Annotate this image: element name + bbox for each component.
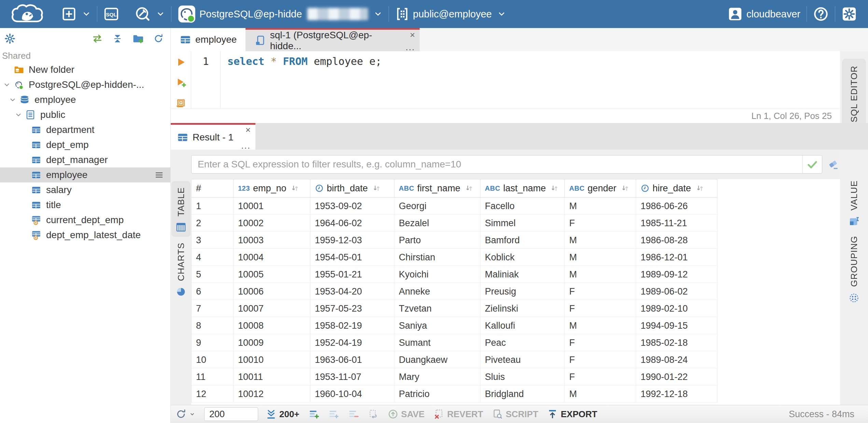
tree-item-department[interactable]: department [0, 122, 170, 137]
data-cell[interactable]: 10010 [234, 351, 310, 368]
row-index-cell[interactable]: 12 [192, 385, 234, 402]
data-cell[interactable]: Georgi [394, 197, 480, 215]
tab-value-panel[interactable]: VALUE [842, 180, 866, 227]
row-index-cell[interactable]: 7 [192, 300, 234, 317]
data-cell[interactable]: M [565, 249, 636, 266]
data-cell[interactable]: 1989-09-12 [636, 266, 717, 283]
data-cell[interactable]: 1989-02-10 [636, 300, 717, 317]
data-cell[interactable]: 1994-09-15 [636, 317, 717, 334]
data-cell[interactable]: Piveteau [480, 351, 565, 368]
data-cell[interactable]: 1952-04-19 [310, 334, 394, 351]
tree-item-salary[interactable]: salary [0, 182, 170, 197]
data-cell[interactable]: 1986-06-26 [636, 197, 717, 215]
filter-input[interactable] [192, 155, 802, 173]
column-header-birth_date[interactable]: birth_date [310, 179, 394, 197]
sort-icon[interactable] [550, 184, 559, 193]
row-index-cell[interactable]: 6 [192, 283, 234, 300]
settings-button[interactable] [841, 6, 857, 22]
item-actions-icon[interactable] [154, 170, 164, 180]
sort-icon[interactable] [621, 184, 630, 193]
row-index-cell[interactable]: 2 [192, 215, 234, 232]
data-cell[interactable]: 1959-12-03 [310, 232, 394, 249]
data-cell[interactable]: Tzvetan [394, 300, 480, 317]
execute-button[interactable] [176, 57, 186, 68]
data-cell[interactable]: Parto [394, 232, 480, 249]
sidebar-settings-button[interactable] [4, 33, 16, 44]
close-icon[interactable]: × [410, 30, 415, 39]
fetch-size-input[interactable] [204, 407, 258, 421]
data-cell[interactable]: 10001 [234, 197, 310, 215]
column-header-first_name[interactable]: ABCfirst_name [394, 179, 480, 197]
data-cell[interactable]: Kyoichi [394, 266, 480, 283]
data-cell[interactable]: 1957-05-23 [310, 300, 394, 317]
execute-new-tab-button[interactable] [176, 77, 186, 88]
data-cell[interactable]: 1955-01-21 [310, 266, 394, 283]
data-cell[interactable]: 1953-11-07 [310, 368, 394, 385]
data-cell[interactable]: 1958-02-19 [310, 317, 394, 334]
data-cell[interactable]: 1985-11-21 [636, 215, 717, 232]
sort-icon[interactable] [372, 184, 381, 193]
tab-more-icon[interactable]: ... [241, 141, 251, 150]
tab-table-view[interactable]: TABLE [171, 181, 191, 237]
row-index-cell[interactable]: 8 [192, 317, 234, 334]
sort-icon[interactable] [696, 184, 704, 193]
data-cell[interactable]: Peac [480, 334, 565, 351]
data-cell[interactable]: 1992-12-18 [636, 385, 717, 402]
data-cell[interactable]: Koblick [480, 249, 565, 266]
data-cell[interactable]: 1985-02-18 [636, 334, 717, 351]
tab-more-icon[interactable]: ... [406, 43, 415, 51]
data-cell[interactable]: 1990-01-22 [636, 368, 717, 385]
help-button[interactable] [813, 6, 829, 22]
data-cell[interactable]: M [565, 266, 636, 283]
tab-sql-editor-vertical[interactable]: SQL EDITOR [842, 59, 866, 128]
code-area[interactable]: select * FROM employee e; [221, 51, 840, 109]
data-cell[interactable]: Anneke [394, 283, 480, 300]
add-row-button[interactable] [308, 409, 319, 420]
fetch-more-button[interactable]: 200+ [266, 409, 299, 420]
driver-menu-button[interactable] [135, 6, 165, 22]
column-header-hire_date[interactable]: hire_date [636, 179, 717, 197]
data-cell[interactable]: Simmel [480, 215, 565, 232]
data-cell[interactable]: M [565, 385, 636, 402]
data-cell[interactable]: 1986-12-01 [636, 249, 717, 266]
column-header-last_name[interactable]: ABClast_name [480, 179, 565, 197]
row-index-cell[interactable]: 11 [192, 368, 234, 385]
data-cell[interactable]: M [565, 197, 636, 215]
tree-item-public[interactable]: public [0, 107, 170, 122]
data-cell[interactable]: Duangkaew [394, 351, 480, 368]
data-cell[interactable]: F [565, 283, 636, 300]
data-cell[interactable]: Bamford [480, 232, 565, 249]
refresh-tree-button[interactable] [153, 33, 164, 44]
data-cell[interactable]: 10003 [234, 232, 310, 249]
data-cell[interactable]: 1989-06-02 [636, 283, 717, 300]
tree-item-dept-emp[interactable]: dept_emp [0, 137, 170, 152]
data-cell[interactable]: 10011 [234, 368, 310, 385]
row-index-cell[interactable]: 5 [192, 266, 234, 283]
data-cell[interactable]: Mary [394, 368, 480, 385]
data-cell[interactable]: M [565, 232, 636, 249]
new-connection-button[interactable] [61, 6, 91, 22]
data-cell[interactable]: M [565, 317, 636, 334]
data-cell[interactable]: F [565, 351, 636, 368]
data-cell[interactable]: Kalloufi [480, 317, 565, 334]
row-index-cell[interactable]: 4 [192, 249, 234, 266]
data-cell[interactable]: F [565, 215, 636, 232]
column-header-index[interactable]: # [192, 179, 234, 197]
tree-item-new-folder[interactable]: New folder [0, 62, 170, 77]
data-cell[interactable]: 10008 [234, 317, 310, 334]
tree-item-employee[interactable]: employee [0, 167, 170, 182]
tree-item-postgresql-ep-hidden-[interactable]: PostgreSQL@ep-hidden-... [0, 77, 170, 92]
tree-item-title[interactable]: title [0, 197, 170, 213]
add-folder-button[interactable] [132, 33, 144, 44]
data-cell[interactable]: 10012 [234, 385, 310, 402]
execute-script-button[interactable] [176, 98, 186, 109]
data-cell[interactable]: 1960-10-04 [310, 385, 394, 402]
tab-sql-1[interactable]: sql-1 (PostgreSQL@ep-hidde... × ... [246, 28, 420, 51]
data-cell[interactable]: 10002 [234, 215, 310, 232]
data-cell[interactable]: Sumant [394, 334, 480, 351]
close-icon[interactable]: × [246, 125, 251, 134]
apply-filter-button[interactable] [802, 155, 822, 173]
refresh-results-button[interactable] [176, 409, 195, 420]
tab-charts-view[interactable]: CHARTS [171, 243, 191, 297]
tab-employee[interactable]: employee [171, 28, 246, 51]
